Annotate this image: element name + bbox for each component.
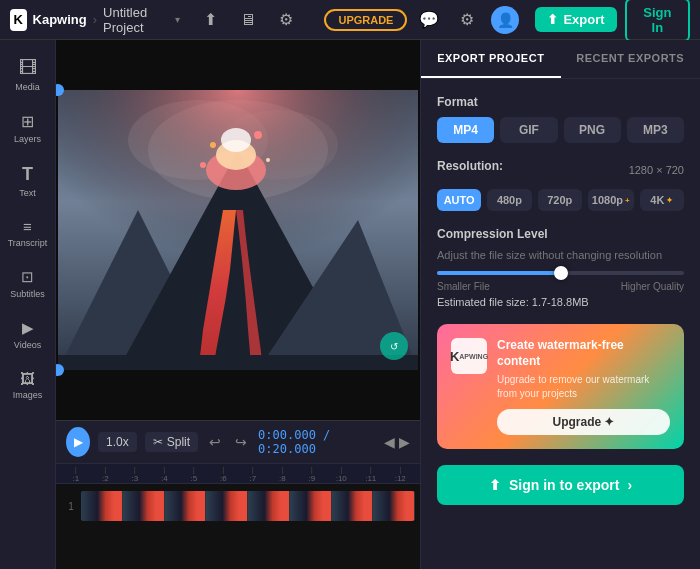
track-frame (81, 491, 123, 521)
export-button[interactable]: ⬆ Export (535, 7, 616, 32)
sidebar-item-subtitles[interactable]: ⊡ Subtitles (4, 260, 52, 307)
track-frame (206, 491, 248, 521)
ruler-mark: :8 (268, 465, 298, 483)
play-button[interactable]: ▶ (66, 427, 90, 457)
signin-export-label: Sign in to export (509, 477, 619, 493)
video-preview: ↺ (58, 90, 418, 370)
topbar-right-icons: 💬 ⚙ 👤 (415, 6, 519, 34)
timeline-nav-left[interactable]: ◀ (384, 434, 395, 450)
compression-label: Compression Level (437, 227, 684, 241)
slider-track[interactable] (437, 271, 684, 275)
signin-button[interactable]: Sign In (625, 0, 690, 42)
tab-recent-exports[interactable]: RECENT EXPORTS (561, 40, 701, 78)
time-display: 0:00.000 / 0:20.000 (258, 428, 368, 456)
upgrade-title: Create watermark-free content (497, 338, 670, 369)
sidebar-item-text[interactable]: T Text (4, 156, 52, 206)
slider-labels: Smaller File Higher Quality (437, 281, 684, 292)
transcript-icon: ≡ (23, 218, 32, 235)
sidebar-label-transcript: Transcript (8, 238, 48, 248)
upload-icon[interactable]: ⬆ (196, 6, 224, 34)
res-4k[interactable]: 4K✦ (640, 189, 684, 211)
chat-icon[interactable]: 💬 (415, 6, 443, 34)
res-auto[interactable]: AUTO (437, 189, 481, 211)
kapwing-logo-card: K APWING (451, 338, 487, 374)
timeline-controls: ▶ 1.0x ✂ Split ↩ ↪ 0:00.000 / 0:20.000 ◀… (56, 421, 420, 464)
undo-button[interactable]: ↩ (206, 431, 224, 453)
format-label: Format (437, 95, 684, 109)
redo-button[interactable]: ↪ (232, 431, 250, 453)
signin-export-icon: ⬆ (489, 477, 501, 493)
format-png[interactable]: PNG (564, 117, 621, 143)
settings-icon[interactable]: ⚙ (272, 6, 300, 34)
upgrade-button[interactable]: UPGRADE (324, 9, 407, 31)
sidebar-item-images[interactable]: 🖼 Images (4, 362, 52, 408)
volcano-image (58, 90, 418, 370)
main-area: 🎞 Media ⊞ Layers T Text ≡ Transcript ⊡ S… (0, 40, 700, 569)
monitor-icon[interactable]: 🖥 (234, 6, 262, 34)
slider-label-left: Smaller File (437, 281, 490, 292)
split-icon: ✂ (153, 435, 163, 449)
ruler-mark: :6 (209, 465, 239, 483)
sidebar-label-subtitles: Subtitles (10, 289, 45, 299)
canvas-area: ↺ (56, 40, 420, 420)
track-number: 1 (61, 501, 81, 512)
handle-bottom-left[interactable] (56, 364, 64, 376)
watermark-icon[interactable]: ↺ (380, 332, 408, 360)
split-button[interactable]: ✂ Split (145, 432, 198, 452)
track-frames (81, 491, 415, 521)
ruler-mark: :12 (386, 465, 416, 483)
timeline-track: 1 (56, 484, 420, 540)
resolution-header: Resolution: 1280 × 720 (437, 159, 684, 181)
sidebar-item-media[interactable]: 🎞 Media (4, 50, 52, 100)
sidebar-item-layers[interactable]: ⊞ Layers (4, 104, 52, 152)
sidebar: 🎞 Media ⊞ Layers T Text ≡ Transcript ⊡ S… (0, 40, 56, 569)
svg-point-12 (254, 131, 262, 139)
slider-fill (437, 271, 561, 275)
user-avatar[interactable]: 👤 (491, 6, 519, 34)
export-label: Export (563, 12, 604, 27)
plus-badge: + (625, 196, 630, 205)
timeline-area: ▶ 1.0x ✂ Split ↩ ↪ 0:00.000 / 0:20.000 ◀… (56, 420, 420, 540)
media-icon: 🎞 (19, 58, 37, 79)
tab-export-project[interactable]: EXPORT PROJECT (421, 40, 561, 78)
slider-thumb[interactable] (554, 266, 568, 280)
ruler-mark: :11 (356, 465, 386, 483)
ruler-mark: :9 (297, 465, 327, 483)
upgrade-action-button[interactable]: Upgrade ✦ (497, 409, 670, 435)
gear-icon[interactable]: ⚙ (453, 6, 481, 34)
ruler-mark: :4 (150, 465, 180, 483)
resolution-buttons: AUTO 480p 720p 1080p+ 4K✦ (437, 189, 684, 211)
sidebar-item-transcript[interactable]: ≡ Transcript (4, 210, 52, 256)
track-frame (373, 491, 415, 521)
timeline-nav: ◀ ▶ (384, 434, 410, 450)
track-frame (123, 491, 165, 521)
ruler-mark: :7 (238, 465, 268, 483)
topbar-icons: ⬆ 🖥 ⚙ (196, 6, 300, 34)
speed-control[interactable]: 1.0x (98, 432, 137, 452)
resolution-section: Resolution: 1280 × 720 AUTO 480p 720p 10… (437, 159, 684, 211)
timeline-nav-right[interactable]: ▶ (399, 434, 410, 450)
res-720p[interactable]: 720p (538, 189, 582, 211)
sidebar-item-videos[interactable]: ▶ Videos (4, 311, 52, 358)
svg-point-10 (221, 128, 251, 152)
upgrade-card: K APWING Create watermark-free content U… (437, 324, 684, 449)
track-frame (332, 491, 374, 521)
sidebar-label-images: Images (13, 390, 43, 400)
ruler-mark: :1 (61, 465, 91, 483)
sidebar-label-media: Media (15, 82, 40, 92)
sidebar-label-videos: Videos (14, 340, 41, 350)
res-1080p[interactable]: 1080p+ (588, 189, 634, 211)
kapwing-logo: K (10, 9, 27, 31)
signin-export-button[interactable]: ⬆ Sign in to export › (437, 465, 684, 505)
svg-point-11 (210, 142, 216, 148)
kapwing-logo-text: APWING (459, 353, 488, 360)
images-icon: 🖼 (20, 370, 35, 387)
format-mp4[interactable]: MP4 (437, 117, 494, 143)
format-mp3[interactable]: MP3 (627, 117, 684, 143)
format-gif[interactable]: GIF (500, 117, 557, 143)
track-clip[interactable] (81, 491, 415, 521)
editor-area: ↺ ▶ 1.0x ✂ Split ↩ ↪ 0:00.000 / 0:20.000 (56, 40, 420, 569)
panel-content: Format MP4 GIF PNG MP3 Resolution: 1280 … (421, 79, 700, 569)
track-frame (248, 491, 290, 521)
res-480p[interactable]: 480p (487, 189, 531, 211)
